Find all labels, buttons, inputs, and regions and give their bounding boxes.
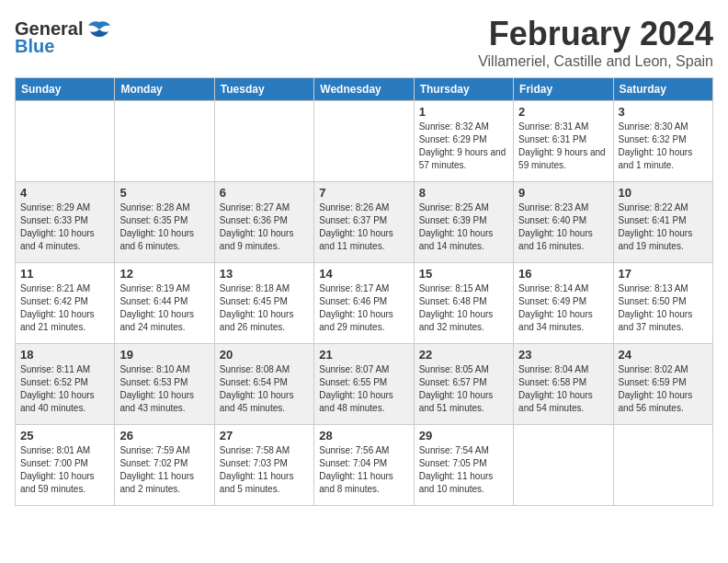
day-info: Sunrise: 8:14 AM Sunset: 6:49 PM Dayligh… <box>518 282 608 334</box>
day-number: 22 <box>419 348 508 362</box>
day-info: Sunrise: 7:56 AM Sunset: 7:04 PM Dayligh… <box>319 444 408 496</box>
day-info: Sunrise: 8:07 AM Sunset: 6:55 PM Dayligh… <box>319 363 408 415</box>
month-title: February 2024 <box>478 15 713 53</box>
day-info: Sunrise: 8:19 AM Sunset: 6:44 PM Dayligh… <box>119 282 209 334</box>
day-number: 5 <box>119 186 209 200</box>
day-info: Sunrise: 8:05 AM Sunset: 6:57 PM Dayligh… <box>419 363 508 415</box>
title-section: February 2024 Villameriel, Castille and … <box>478 15 713 70</box>
day-number: 3 <box>619 105 708 119</box>
day-number: 29 <box>419 429 508 442</box>
day-number: 16 <box>518 267 608 281</box>
day-number: 15 <box>419 267 508 281</box>
calendar-cell: 13Sunrise: 8:18 AM Sunset: 6:45 PM Dayli… <box>214 263 313 344</box>
calendar-cell: 27Sunrise: 7:58 AM Sunset: 7:03 PM Dayli… <box>214 425 313 506</box>
weekday-header-sunday: Sunday <box>16 78 115 101</box>
calendar-cell: 1Sunrise: 8:32 AM Sunset: 6:29 PM Daylig… <box>414 101 513 182</box>
day-info: Sunrise: 8:32 AM Sunset: 6:29 PM Dayligh… <box>419 121 508 172</box>
calendar-cell: 23Sunrise: 8:04 AM Sunset: 6:58 PM Dayli… <box>514 344 613 425</box>
weekday-header-thursday: Thursday <box>414 78 513 101</box>
day-info: Sunrise: 8:13 AM Sunset: 6:50 PM Dayligh… <box>619 282 708 334</box>
day-number: 1 <box>419 105 508 119</box>
day-info: Sunrise: 7:58 AM Sunset: 7:03 PM Dayligh… <box>220 444 309 496</box>
day-info: Sunrise: 8:11 AM Sunset: 6:52 PM Dayligh… <box>20 363 109 415</box>
weekday-header-friday: Friday <box>514 78 613 101</box>
weekday-header-tuesday: Tuesday <box>214 78 313 101</box>
calendar-cell: 9Sunrise: 8:23 AM Sunset: 6:40 PM Daylig… <box>514 182 613 263</box>
location-title: Villameriel, Castille and Leon, Spain <box>478 53 713 70</box>
calendar-cell: 4Sunrise: 8:29 AM Sunset: 6:33 PM Daylig… <box>16 182 115 263</box>
day-number: 25 <box>20 429 109 442</box>
day-number: 11 <box>20 267 109 281</box>
calendar-cell: 2Sunrise: 8:31 AM Sunset: 6:31 PM Daylig… <box>514 101 613 182</box>
weekday-header-monday: Monday <box>115 78 214 101</box>
calendar-cell: 17Sunrise: 8:13 AM Sunset: 6:50 PM Dayli… <box>613 263 712 344</box>
day-info: Sunrise: 8:04 AM Sunset: 6:58 PM Dayligh… <box>518 363 608 415</box>
calendar-cell: 7Sunrise: 8:26 AM Sunset: 6:37 PM Daylig… <box>314 182 414 263</box>
calendar-cell: 6Sunrise: 8:27 AM Sunset: 6:36 PM Daylig… <box>214 182 313 263</box>
calendar-cell <box>214 101 313 182</box>
calendar-cell: 16Sunrise: 8:14 AM Sunset: 6:49 PM Dayli… <box>514 263 613 344</box>
day-number: 17 <box>619 267 708 281</box>
day-number: 23 <box>518 348 608 362</box>
calendar-cell: 12Sunrise: 8:19 AM Sunset: 6:44 PM Dayli… <box>115 263 214 344</box>
day-number: 9 <box>518 186 608 200</box>
day-info: Sunrise: 7:54 AM Sunset: 7:05 PM Dayligh… <box>419 444 508 496</box>
day-info: Sunrise: 8:26 AM Sunset: 6:37 PM Dayligh… <box>319 201 408 253</box>
logo-blue-text: Blue <box>15 36 54 57</box>
day-number: 14 <box>319 267 408 281</box>
day-info: Sunrise: 8:21 AM Sunset: 6:42 PM Dayligh… <box>20 282 109 334</box>
calendar-week-row: 18Sunrise: 8:11 AM Sunset: 6:52 PM Dayli… <box>16 344 713 425</box>
calendar-cell <box>613 425 712 506</box>
calendar-cell: 11Sunrise: 8:21 AM Sunset: 6:42 PM Dayli… <box>16 263 115 344</box>
calendar-cell <box>16 101 115 182</box>
day-number: 21 <box>319 348 408 362</box>
calendar-cell: 26Sunrise: 7:59 AM Sunset: 7:02 PM Dayli… <box>115 425 214 506</box>
calendar-cell: 29Sunrise: 7:54 AM Sunset: 7:05 PM Dayli… <box>414 425 513 506</box>
day-info: Sunrise: 8:22 AM Sunset: 6:41 PM Dayligh… <box>619 201 708 253</box>
calendar-cell: 19Sunrise: 8:10 AM Sunset: 6:53 PM Dayli… <box>115 344 214 425</box>
day-info: Sunrise: 8:15 AM Sunset: 6:48 PM Dayligh… <box>419 282 508 334</box>
day-number: 20 <box>220 348 309 362</box>
day-info: Sunrise: 8:10 AM Sunset: 6:53 PM Dayligh… <box>119 363 209 415</box>
day-number: 2 <box>518 105 608 119</box>
weekday-header-wednesday: Wednesday <box>314 78 414 101</box>
calendar-cell: 25Sunrise: 8:01 AM Sunset: 7:00 PM Dayli… <box>16 425 115 506</box>
calendar-cell: 15Sunrise: 8:15 AM Sunset: 6:48 PM Dayli… <box>414 263 513 344</box>
calendar-week-row: 11Sunrise: 8:21 AM Sunset: 6:42 PM Dayli… <box>16 263 713 344</box>
calendar-cell: 3Sunrise: 8:30 AM Sunset: 6:32 PM Daylig… <box>613 101 712 182</box>
calendar-cell: 22Sunrise: 8:05 AM Sunset: 6:57 PM Dayli… <box>414 344 513 425</box>
calendar-cell: 24Sunrise: 8:02 AM Sunset: 6:59 PM Dayli… <box>613 344 712 425</box>
day-number: 7 <box>319 186 408 200</box>
day-number: 12 <box>119 267 209 281</box>
calendar-cell: 8Sunrise: 8:25 AM Sunset: 6:39 PM Daylig… <box>414 182 513 263</box>
logo-bird-icon <box>86 20 112 39</box>
page-header: General Blue February 2024 Villameriel, … <box>15 15 713 70</box>
calendar-cell: 5Sunrise: 8:28 AM Sunset: 6:35 PM Daylig… <box>115 182 214 263</box>
day-info: Sunrise: 8:01 AM Sunset: 7:00 PM Dayligh… <box>20 444 109 496</box>
day-info: Sunrise: 8:17 AM Sunset: 6:46 PM Dayligh… <box>319 282 408 334</box>
day-number: 24 <box>619 348 708 362</box>
day-number: 19 <box>119 348 209 362</box>
calendar-cell <box>314 101 414 182</box>
day-number: 18 <box>20 348 109 362</box>
calendar-cell: 14Sunrise: 8:17 AM Sunset: 6:46 PM Dayli… <box>314 263 414 344</box>
weekday-header-saturday: Saturday <box>613 78 712 101</box>
day-info: Sunrise: 7:59 AM Sunset: 7:02 PM Dayligh… <box>119 444 209 496</box>
day-number: 6 <box>220 186 309 200</box>
day-info: Sunrise: 8:30 AM Sunset: 6:32 PM Dayligh… <box>619 121 708 172</box>
calendar-cell: 21Sunrise: 8:07 AM Sunset: 6:55 PM Dayli… <box>314 344 414 425</box>
day-number: 28 <box>319 429 408 442</box>
logo: General Blue <box>15 18 112 57</box>
calendar-week-row: 1Sunrise: 8:32 AM Sunset: 6:29 PM Daylig… <box>16 101 713 182</box>
day-info: Sunrise: 8:02 AM Sunset: 6:59 PM Dayligh… <box>619 363 708 415</box>
day-number: 13 <box>220 267 309 281</box>
calendar-table: SundayMondayTuesdayWednesdayThursdayFrid… <box>15 77 713 506</box>
day-info: Sunrise: 8:31 AM Sunset: 6:31 PM Dayligh… <box>518 121 608 172</box>
calendar-week-row: 25Sunrise: 8:01 AM Sunset: 7:00 PM Dayli… <box>16 425 713 506</box>
calendar-cell <box>514 425 613 506</box>
calendar-header-row: SundayMondayTuesdayWednesdayThursdayFrid… <box>16 78 713 101</box>
day-number: 4 <box>20 186 109 200</box>
day-info: Sunrise: 8:18 AM Sunset: 6:45 PM Dayligh… <box>220 282 309 334</box>
calendar-cell: 10Sunrise: 8:22 AM Sunset: 6:41 PM Dayli… <box>613 182 712 263</box>
day-info: Sunrise: 8:25 AM Sunset: 6:39 PM Dayligh… <box>419 201 508 253</box>
